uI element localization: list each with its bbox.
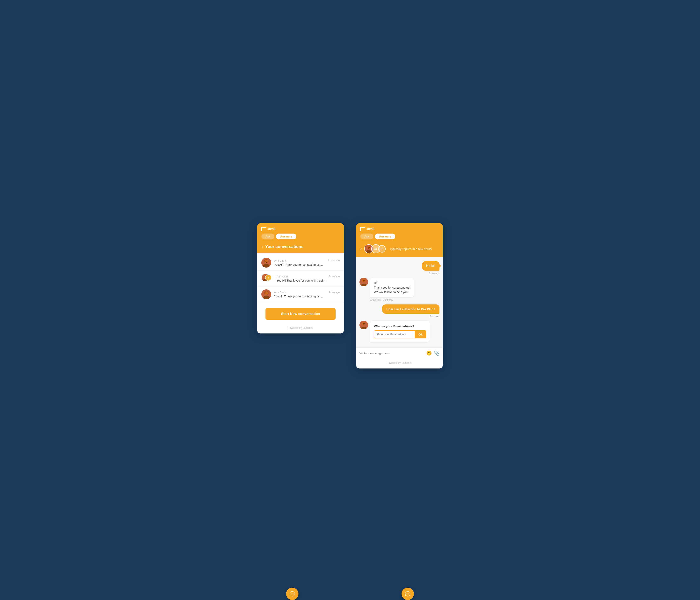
agent-meta-1: Ann Clark • Just now [370,299,440,302]
user-message-subscribe: How can I subscribe to Pro Plan? [359,305,440,314]
conv-meta-1: Ann Clark 6 days ago [274,259,340,262]
svg-point-29 [363,323,364,324]
left-powered-by: Powered by Labidesk [257,324,344,334]
right-answers-tab[interactable]: Answers [375,234,395,239]
right-logo: .desk [360,227,439,231]
widgets-container: .desk Ask Answers ‹ Your conversations [257,223,443,368]
chat-message-input[interactable] [359,351,424,355]
svg-point-19 [368,247,369,248]
svg-point-37 [408,594,409,595]
right-chat-bubble-button[interactable] [402,588,414,600]
conv-name-3: Ann Clark [274,291,286,294]
right-powered-by: Powered by Labidesk [356,359,443,368]
conv-content-1: Ann Clark 6 days ago You:Hi! Thank you f… [274,259,340,266]
hello-time: 8 min ago [359,272,440,275]
svg-point-15 [266,293,266,293]
svg-point-20 [369,247,370,248]
conv-meta-2: Ann Clark 3 day ago [277,275,340,278]
agent-avatar-msg-2 [359,321,368,329]
svg-point-5 [267,261,267,262]
agent-message-email: What is your Email adress? Ok [359,321,440,342]
left-logo-text: .desk [267,227,276,231]
left-ask-tab[interactable]: Ask [261,234,274,239]
right-logo-bracket-icon [360,227,365,231]
svg-point-36 [407,594,408,595]
right-header-bar: .desk Ask Answers [356,223,443,242]
agent-avatar-msg-1 [359,278,368,286]
conv-time-2: 3 day ago [329,275,340,278]
chat-back-arrow[interactable]: ‹ [360,246,362,251]
avatar-2b: T [265,275,272,281]
svg-point-33 [292,594,293,595]
user-message-hello: Hello! [359,261,440,271]
conversations-title-bar: ‹ Your conversations [257,242,344,253]
svg-point-23 [362,279,366,283]
conv-content-2: Ann Clark 3 day ago You:Hi! Thank you fo… [277,275,340,282]
conv-content-3: Ann Clark 1 day ago You:Hi! Thank you fo… [274,291,340,298]
email-input-row: Ok [374,330,426,338]
agent-avatar-plus: + [378,245,386,253]
bubble-subscribe: How can I subscribe to Pro Plan? [382,305,440,314]
logo-bracket-icon [261,227,266,231]
attachment-icon[interactable]: 📎 [434,350,440,356]
conversations-title: Your conversations [265,244,303,249]
conversation-item-2[interactable]: T Ann Clark 3 day ago You:Hi! Thank you … [257,271,344,287]
subscribe-time: Just now [359,315,440,318]
avatar-group-2: T [261,273,274,283]
svg-point-18 [367,246,370,250]
chat-header-info: ‹ AT + Typically replies in a few hours [356,242,443,257]
right-logo-text: .desk [366,227,375,231]
start-new-conversation-button[interactable]: Start New conversation [266,308,335,320]
conv-message-3: You:Hi! Thank you for contacting us!... [274,295,340,298]
right-tabs: Ask Answers [360,234,439,239]
conv-name-1: Ann Clark [274,259,286,262]
svg-point-32 [291,594,292,595]
avatar-1 [261,258,271,267]
left-back-arrow[interactable]: ‹ [261,244,263,249]
svg-point-24 [363,280,364,281]
bubble-agent-hi: Hi!Thank you for contacting us!We would … [370,278,414,297]
email-form-bubble: What is your Email adress? Ok [370,321,430,342]
emoji-icon[interactable]: 😊 [426,350,432,356]
email-ok-button[interactable]: Ok [415,330,426,338]
svg-point-14 [265,291,268,295]
conv-time-1: 6 days ago [327,259,340,262]
svg-point-34 [293,594,294,595]
left-tabs: Ask Answers [261,234,340,239]
chat-messages: Hello! 8 min ago Hi!Thank you for c [356,257,443,347]
svg-point-3 [265,260,268,263]
right-ask-tab[interactable]: Ask [360,234,373,239]
conv-meta-3: Ann Clark 1 day ago [274,291,340,294]
left-logo: .desk [261,227,340,231]
chat-widget: .desk Ask Answers ‹ [356,223,443,368]
left-header-bar: .desk Ask Answers [257,223,344,242]
avatar-3 [261,289,271,299]
conv-time-3: 1 day ago [329,291,340,294]
conversation-list: Ann Clark 6 days ago You:Hi! Thank you f… [257,253,344,304]
agent-avatars: AT + [364,244,386,253]
email-form-label: What is your Email adress? [374,324,426,328]
svg-point-25 [364,280,365,281]
conversations-widget: .desk Ask Answers ‹ Your conversations [257,223,344,334]
left-answers-tab[interactable]: Answers [276,234,296,239]
svg-point-30 [364,323,365,324]
conversation-item-1[interactable]: Ann Clark 6 days ago You:Hi! Thank you f… [257,255,344,271]
reply-time-text: Typically replies in a few hours [390,247,432,251]
agent-message-hi: Hi!Thank you for contacting us!We would … [359,278,440,297]
chat-input-area: 😊 📎 [356,347,443,359]
agent-time-1: Just now [383,299,393,302]
svg-point-16 [267,293,267,293]
svg-point-28 [362,322,366,325]
svg-point-35 [406,594,407,595]
svg-point-4 [266,261,266,262]
conversation-item-3[interactable]: Ann Clark 1 day ago You:Hi! Thank you fo… [257,287,344,303]
agent-name-1: Ann Clark [370,299,381,302]
email-input-field[interactable] [374,330,415,338]
bubble-hello: Hello! [422,261,440,271]
conv-message-1: You:Hi! Thank you for contacting us!... [274,263,340,266]
conv-name-2: Ann Clark [277,275,289,278]
left-chat-bubble-button[interactable] [286,588,298,600]
conv-message-2: You:Hi! Thank you for contacting us!... [277,279,340,282]
